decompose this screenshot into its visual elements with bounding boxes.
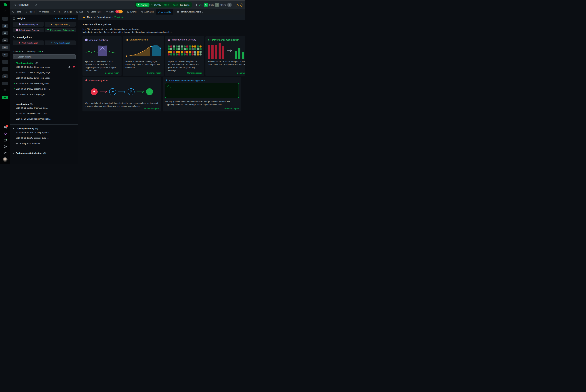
performance-optimization-button[interactable]: Performance Optimization (45, 28, 76, 32)
tab-alerts[interactable]: Alerts 6 17 (104, 9, 125, 14)
insight-item[interactable]: 2025-09-09 13:00Z 10min_cpu_usage (13, 75, 76, 81)
insights-doc-icon (13, 17, 15, 20)
terminal-illustration: _ (165, 83, 239, 98)
show-filter-dropdown[interactable]: All (19, 50, 23, 52)
generate-report-link[interactable]: Generate report (237, 72, 245, 74)
sidebar-scrollbar-thumb[interactable] (77, 62, 77, 98)
insight-item[interactable]: 2025-09-06 14:03Z streaming_disco... (13, 81, 76, 86)
infra-cell (186, 48, 188, 50)
space-tile[interactable]: NC (2, 24, 8, 28)
metrics-wave-icon (39, 11, 41, 13)
chevron-down-icon[interactable] (151, 4, 153, 6)
generate-report-link[interactable]: Generate report (187, 72, 201, 74)
space-tile[interactable]: U (2, 74, 8, 78)
add-space-button[interactable] (2, 96, 8, 100)
space-tile[interactable]: NP (2, 38, 8, 42)
arrow-right-icon (118, 90, 126, 93)
spaces-menu-icon[interactable] (4, 89, 6, 91)
ai-credits-link[interactable]: 10 AI credits remaining (52, 17, 76, 20)
insight-item[interactable]: 2025-09-29 13:35Z 10min_cpu_usage (13, 64, 76, 70)
infrastructure-illustration (168, 41, 201, 60)
insight-item[interactable]: All capacity 365d all-nodes (13, 141, 76, 146)
card-alert-investigation: Alert Investigation (82, 77, 161, 112)
home-icon (12, 11, 14, 13)
trash-icon[interactable] (73, 66, 75, 68)
feedback-bulb-icon[interactable] (3, 132, 7, 136)
tab-metrics[interactable]: Metrics (37, 9, 51, 14)
alert-investigation-button[interactable]: Alert Investigation (13, 40, 43, 45)
warning-triangle-icon (237, 4, 239, 6)
scope-settings-gear-icon[interactable] (35, 4, 38, 6)
insight-item[interactable]: 2025-07-31 SLA Dashboard - Criti... (13, 111, 76, 116)
insight-item[interactable]: 2025-09-16 16:56Z capacity 2y db al... (13, 130, 76, 135)
search-insights-input[interactable] (18, 56, 74, 58)
space-tile[interactable]: t (2, 67, 8, 71)
insight-item[interactable]: 2025-07-30 Server Design Vulnerabil... (13, 116, 76, 122)
user-avatar[interactable] (3, 157, 7, 162)
tab-dashboards[interactable]: Dashboards (85, 9, 104, 14)
bar-chart-icon (125, 38, 128, 41)
whats-new-gift-icon[interactable] (3, 126, 7, 130)
infra-cell (181, 51, 183, 53)
insight-item[interactable]: 2025-09-22 22:30Z TrueNAS Stor... (13, 105, 76, 111)
play-button[interactable]: Playing (136, 3, 149, 7)
share-icon[interactable] (68, 66, 70, 68)
generate-report-link[interactable]: Generate report (147, 72, 161, 74)
insight-item[interactable]: 2025-08-25 16:14Z capacity 180d ... (13, 135, 76, 141)
group-by-dropdown[interactable]: Type (36, 50, 43, 52)
section-performance-optimization[interactable]: Performance Optimization (1) (13, 152, 76, 154)
gauge-icon (87, 11, 89, 13)
space-tile[interactable]: 0I (2, 31, 8, 35)
infra-cell (184, 46, 186, 48)
generate-report-link[interactable]: Generate report (224, 108, 239, 110)
tab-k8s[interactable]: K8s (74, 9, 85, 14)
anomaly-hexagon-icon (85, 38, 88, 42)
tab-ai-insights[interactable]: AI Insights (156, 9, 173, 14)
insight-item[interactable]: 2025-08-27 15:46Z postgres_tot... (13, 92, 76, 97)
tab-home[interactable]: Home (10, 9, 23, 14)
tab-anomalies[interactable]: Anomalies (139, 9, 156, 14)
node-status-filter[interactable]: Live 48 Stale 4 Offline 5 (195, 3, 231, 6)
generate-report-link[interactable]: Generate report (144, 108, 159, 110)
capacity-planning-button[interactable]: Capacity Planning (45, 22, 76, 26)
time-control[interactable]: Playing 10/4/25 • 00:58 → 01:13 • last 1… (135, 2, 192, 8)
space-tile[interactable]: C (2, 53, 8, 56)
new-investigation-button[interactable]: New Investigation (45, 40, 76, 45)
invite-mail-icon[interactable] (3, 138, 7, 142)
node-scope-selector[interactable]: All nodes (13, 3, 32, 6)
insight-item[interactable]: 2025-09-06 14:02Z streaming_disco... (13, 86, 76, 92)
perf-bar (208, 45, 210, 59)
tab-events[interactable]: Events (125, 9, 139, 14)
help-icon[interactable] (3, 145, 7, 148)
space-tile-active[interactable]: ND (2, 46, 8, 50)
card-title-row: Alert Investigation (85, 79, 159, 82)
offline-label: Offline (220, 4, 226, 6)
section-capacity-planning[interactable]: Capacity Planning (3) (13, 128, 76, 130)
report-step (128, 88, 134, 95)
settings-gear-icon[interactable] (3, 151, 7, 154)
space-tile[interactable]: i (2, 82, 8, 85)
arrow-right-icon: → (170, 4, 172, 6)
infra-cell (173, 51, 175, 53)
anomaly-analysis-button[interactable]: Anomaly Analysis (13, 22, 43, 26)
infra-cell (170, 51, 172, 53)
drag-grip-icon[interactable] (202, 11, 204, 13)
insight-item[interactable]: 2025-09-17 05:38Z 10min_cpu_usage (13, 70, 76, 75)
infra-cell (189, 48, 191, 50)
netdata-logo-icon[interactable] (3, 3, 7, 7)
tab-logs[interactable]: Logs (62, 9, 74, 14)
rail-expand-icon[interactable] (4, 10, 6, 12)
tab-top[interactable]: Top (51, 9, 62, 14)
alerts-warning-pill[interactable]: 1 (235, 3, 242, 7)
section-investigation[interactable]: Investigation (3) (13, 103, 76, 105)
section-alert-investigation[interactable]: Alert Investigation (9) (13, 62, 76, 64)
space-tile[interactable]: t (2, 60, 8, 64)
tab-node-frankfurt[interactable]: frankfurt.netdata.rocks (175, 9, 206, 14)
space-tile[interactable]: T (2, 17, 8, 21)
ai-analyze-step (109, 88, 116, 95)
view-reports-link[interactable]: View them (114, 16, 124, 18)
generate-report-link[interactable]: Generate report (105, 72, 119, 74)
tab-nodes[interactable]: Nodes (23, 9, 37, 14)
card-title-row: Infrastructure Summary (168, 38, 201, 41)
infrastructure-summary-button[interactable]: Infrastructure Summary (13, 28, 43, 32)
